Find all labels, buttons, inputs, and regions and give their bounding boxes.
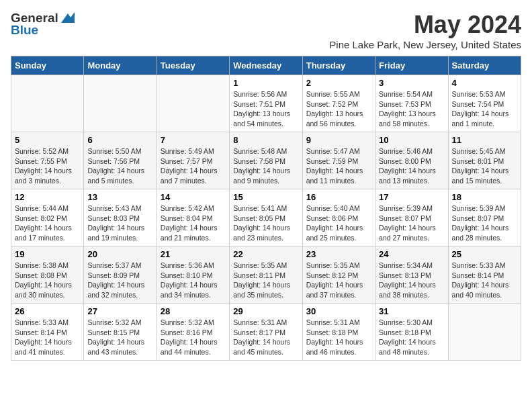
day-cell: 26Sunrise: 5:33 AM Sunset: 8:14 PM Dayli… (11, 304, 84, 361)
day-cell: 30Sunrise: 5:31 AM Sunset: 8:18 PM Dayli… (302, 304, 375, 361)
day-info: Sunrise: 5:56 AM Sunset: 7:51 PM Dayligh… (233, 89, 298, 129)
day-cell (11, 75, 84, 132)
col-header-friday: Friday (375, 56, 448, 75)
calendar-table: SundayMondayTuesdayWednesdayThursdayFrid… (11, 56, 521, 361)
day-info: Sunrise: 5:31 AM Sunset: 8:17 PM Dayligh… (233, 318, 298, 357)
day-cell: 9Sunrise: 5:47 AM Sunset: 7:59 PM Daylig… (302, 132, 375, 189)
day-info: Sunrise: 5:52 AM Sunset: 7:55 PM Dayligh… (15, 146, 80, 186)
day-number: 28 (161, 306, 226, 316)
day-cell: 12Sunrise: 5:44 AM Sunset: 8:02 PM Dayli… (11, 189, 84, 246)
week-row-2: 5Sunrise: 5:52 AM Sunset: 7:55 PM Daylig… (11, 132, 521, 189)
day-number: 27 (87, 306, 152, 316)
day-info: Sunrise: 5:43 AM Sunset: 8:03 PM Dayligh… (87, 203, 152, 243)
col-header-monday: Monday (84, 56, 157, 75)
week-row-3: 12Sunrise: 5:44 AM Sunset: 8:02 PM Dayli… (11, 189, 521, 246)
day-number: 12 (15, 192, 80, 202)
day-cell: 14Sunrise: 5:42 AM Sunset: 8:04 PM Dayli… (157, 189, 229, 246)
day-info: Sunrise: 5:35 AM Sunset: 8:12 PM Dayligh… (306, 261, 371, 300)
day-cell (84, 75, 157, 132)
week-row-4: 19Sunrise: 5:38 AM Sunset: 8:08 PM Dayli… (11, 246, 521, 304)
day-cell: 4Sunrise: 5:53 AM Sunset: 7:54 PM Daylig… (448, 75, 521, 132)
day-number: 18 (452, 192, 517, 202)
location-title: Pine Lake Park, New Jersey, United State… (329, 39, 521, 50)
day-cell: 16Sunrise: 5:40 AM Sunset: 8:06 PM Dayli… (302, 189, 375, 246)
day-info: Sunrise: 5:40 AM Sunset: 8:06 PM Dayligh… (306, 203, 371, 243)
day-number: 23 (306, 249, 371, 259)
week-row-1: 1Sunrise: 5:56 AM Sunset: 7:51 PM Daylig… (11, 75, 521, 132)
day-cell: 20Sunrise: 5:37 AM Sunset: 8:09 PM Dayli… (84, 246, 157, 304)
day-info: Sunrise: 5:48 AM Sunset: 7:58 PM Dayligh… (233, 146, 298, 186)
logo-blue: Blue (11, 23, 38, 38)
day-number: 21 (161, 249, 226, 259)
day-info: Sunrise: 5:32 AM Sunset: 8:16 PM Dayligh… (161, 318, 226, 357)
day-number: 2 (306, 78, 371, 88)
day-cell: 27Sunrise: 5:32 AM Sunset: 8:15 PM Dayli… (84, 304, 157, 361)
day-cell: 19Sunrise: 5:38 AM Sunset: 8:08 PM Dayli… (11, 246, 84, 304)
day-cell: 25Sunrise: 5:33 AM Sunset: 8:14 PM Dayli… (448, 246, 521, 304)
day-number: 13 (87, 192, 152, 202)
col-header-tuesday: Tuesday (157, 56, 229, 75)
col-header-saturday: Saturday (448, 56, 521, 75)
day-info: Sunrise: 5:50 AM Sunset: 7:56 PM Dayligh… (87, 146, 152, 186)
col-header-wednesday: Wednesday (230, 56, 302, 75)
day-number: 5 (15, 135, 80, 145)
day-cell: 7Sunrise: 5:49 AM Sunset: 7:57 PM Daylig… (157, 132, 229, 189)
day-number: 15 (233, 192, 298, 202)
day-number: 22 (233, 249, 298, 259)
day-cell: 21Sunrise: 5:36 AM Sunset: 8:10 PM Dayli… (157, 246, 229, 304)
day-number: 17 (379, 192, 444, 202)
day-info: Sunrise: 5:36 AM Sunset: 8:10 PM Dayligh… (161, 261, 226, 300)
logo: General Blue (11, 11, 75, 38)
day-number: 1 (233, 78, 298, 88)
day-number: 3 (379, 78, 444, 88)
day-number: 14 (161, 192, 226, 202)
day-cell: 23Sunrise: 5:35 AM Sunset: 8:12 PM Dayli… (302, 246, 375, 304)
page-header: General Blue May 2024 Pine Lake Park, Ne… (11, 11, 521, 50)
day-info: Sunrise: 5:38 AM Sunset: 8:08 PM Dayligh… (15, 261, 80, 300)
day-info: Sunrise: 5:44 AM Sunset: 8:02 PM Dayligh… (15, 203, 80, 243)
day-cell: 18Sunrise: 5:39 AM Sunset: 8:07 PM Dayli… (448, 189, 521, 246)
col-header-sunday: Sunday (11, 56, 84, 75)
day-info: Sunrise: 5:33 AM Sunset: 8:14 PM Dayligh… (15, 318, 80, 357)
day-info: Sunrise: 5:39 AM Sunset: 8:07 PM Dayligh… (452, 203, 517, 243)
day-info: Sunrise: 5:45 AM Sunset: 8:01 PM Dayligh… (452, 146, 517, 186)
day-number: 10 (379, 135, 444, 145)
day-cell: 10Sunrise: 5:46 AM Sunset: 8:00 PM Dayli… (375, 132, 448, 189)
day-info: Sunrise: 5:34 AM Sunset: 8:13 PM Dayligh… (379, 261, 444, 300)
day-info: Sunrise: 5:53 AM Sunset: 7:54 PM Dayligh… (452, 89, 517, 129)
week-row-5: 26Sunrise: 5:33 AM Sunset: 8:14 PM Dayli… (11, 304, 521, 361)
day-info: Sunrise: 5:47 AM Sunset: 7:59 PM Dayligh… (306, 146, 371, 186)
day-info: Sunrise: 5:42 AM Sunset: 8:04 PM Dayligh… (161, 203, 226, 243)
day-info: Sunrise: 5:54 AM Sunset: 7:53 PM Dayligh… (379, 89, 444, 129)
day-cell: 22Sunrise: 5:35 AM Sunset: 8:11 PM Dayli… (230, 246, 302, 304)
month-title: May 2024 (329, 11, 521, 39)
day-cell: 13Sunrise: 5:43 AM Sunset: 8:03 PM Dayli… (84, 189, 157, 246)
day-cell (448, 304, 521, 361)
day-cell: 28Sunrise: 5:32 AM Sunset: 8:16 PM Dayli… (157, 304, 229, 361)
day-number: 11 (452, 135, 517, 145)
day-number: 19 (15, 249, 80, 259)
day-cell: 6Sunrise: 5:50 AM Sunset: 7:56 PM Daylig… (84, 132, 157, 189)
header-row: SundayMondayTuesdayWednesdayThursdayFrid… (11, 56, 521, 75)
title-area: May 2024 Pine Lake Park, New Jersey, Uni… (329, 11, 521, 50)
day-info: Sunrise: 5:49 AM Sunset: 7:57 PM Dayligh… (161, 146, 226, 186)
day-info: Sunrise: 5:35 AM Sunset: 8:11 PM Dayligh… (233, 261, 298, 300)
day-info: Sunrise: 5:46 AM Sunset: 8:00 PM Dayligh… (379, 146, 444, 186)
day-cell (157, 75, 229, 132)
day-info: Sunrise: 5:41 AM Sunset: 8:05 PM Dayligh… (233, 203, 298, 243)
day-number: 6 (87, 135, 152, 145)
day-info: Sunrise: 5:31 AM Sunset: 8:18 PM Dayligh… (306, 318, 371, 357)
day-number: 26 (15, 306, 80, 316)
day-cell: 11Sunrise: 5:45 AM Sunset: 8:01 PM Dayli… (448, 132, 521, 189)
day-info: Sunrise: 5:33 AM Sunset: 8:14 PM Dayligh… (452, 261, 517, 300)
day-number: 9 (306, 135, 371, 145)
day-number: 8 (233, 135, 298, 145)
day-info: Sunrise: 5:39 AM Sunset: 8:07 PM Dayligh… (379, 203, 444, 243)
day-info: Sunrise: 5:55 AM Sunset: 7:52 PM Dayligh… (306, 89, 371, 129)
day-cell: 24Sunrise: 5:34 AM Sunset: 8:13 PM Dayli… (375, 246, 448, 304)
day-cell: 3Sunrise: 5:54 AM Sunset: 7:53 PM Daylig… (375, 75, 448, 132)
day-cell: 8Sunrise: 5:48 AM Sunset: 7:58 PM Daylig… (230, 132, 302, 189)
day-cell: 15Sunrise: 5:41 AM Sunset: 8:05 PM Dayli… (230, 189, 302, 246)
day-number: 16 (306, 192, 371, 202)
day-cell: 2Sunrise: 5:55 AM Sunset: 7:52 PM Daylig… (302, 75, 375, 132)
